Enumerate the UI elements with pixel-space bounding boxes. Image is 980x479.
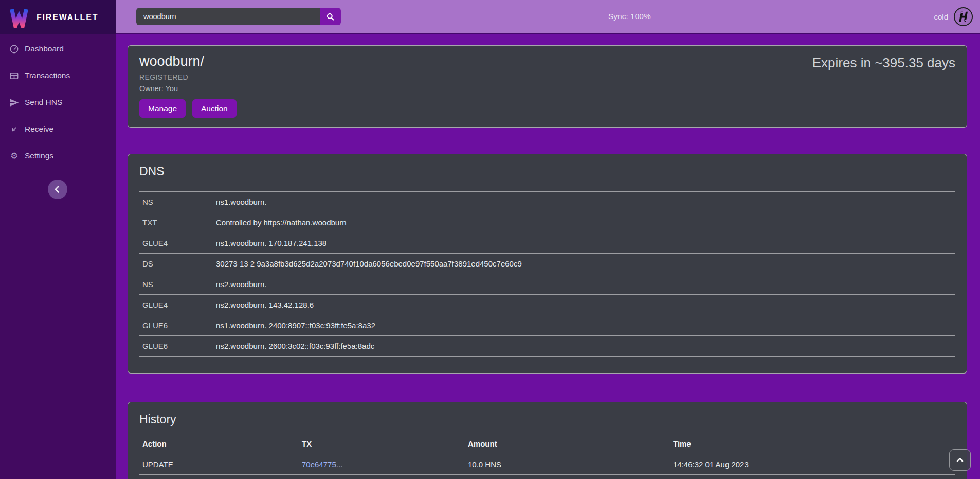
dns-record-type: GLUE4	[142, 239, 216, 247]
history-row: RENEW d72e8af... 10.0 HNS 15:47:36 07 Fe…	[139, 475, 955, 479]
search-bar	[136, 8, 341, 25]
wallet-name: cold	[934, 12, 948, 21]
domain-owner: Owner: You	[139, 84, 237, 93]
dns-record-value: 30273 13 2 9a3a8fb3d625d2a2073d740f10da6…	[216, 259, 522, 268]
dns-record-row: GLUE6 ns1.woodburn. 2400:8907::f03c:93ff…	[139, 315, 955, 335]
tx-link[interactable]: 70e64775...	[302, 460, 342, 469]
chevron-up-icon	[955, 455, 965, 465]
transactions-icon	[9, 71, 19, 81]
dns-record-type: DS	[142, 259, 216, 268]
sidebar-item-transactions[interactable]: Transactions	[0, 65, 116, 86]
sidebar-item-label: Receive	[25, 125, 53, 134]
sidebar-item-label: Transactions	[25, 71, 70, 80]
domain-card: woodburn/ REGISTERED Owner: You Manage A…	[128, 45, 967, 128]
history-action: UPDATE	[142, 460, 302, 469]
domain-status: REGISTERED	[139, 73, 237, 81]
sidebar: FIREWALLET Dashboard Transactions	[0, 0, 116, 479]
handshake-icon[interactable]	[953, 7, 973, 27]
search-input[interactable]	[136, 8, 320, 25]
dns-record-row: GLUE4 ns1.woodburn. 170.187.241.138	[139, 233, 955, 253]
history-time: 14:46:32 01 Aug 2023	[673, 460, 952, 469]
sidebar-item-label: Settings	[25, 151, 53, 161]
dns-record-row: NS ns1.woodburn.	[139, 191, 955, 212]
dns-record-type: GLUE6	[142, 321, 216, 330]
scroll-top-button[interactable]	[949, 449, 971, 471]
history-col-time: Time	[673, 439, 952, 448]
history-row: UPDATE 70e64775... 10.0 HNS 14:46:32 01 …	[139, 454, 955, 475]
domain-name: woodburn/	[139, 54, 237, 69]
domain-info: woodburn/ REGISTERED Owner: You Manage A…	[139, 54, 237, 119]
sidebar-item-dashboard[interactable]: Dashboard	[0, 39, 116, 59]
history-card-title: History	[139, 413, 955, 427]
dns-record-type: TXT	[142, 218, 216, 227]
history-col-tx: TX	[302, 439, 468, 448]
app-title: FIREWALLET	[37, 13, 98, 22]
search-icon	[325, 12, 335, 22]
send-icon	[9, 98, 19, 108]
topbar: Sync: 100% cold	[116, 0, 980, 34]
history-table: Action TX Amount Time UPDATE 70e64775...…	[139, 434, 955, 479]
dns-card: DNS NS ns1.woodburn. TXT Controlled by h…	[128, 154, 967, 374]
dns-record-value: ns2.woodburn. 2600:3c02::f03c:93ff:fe5a:…	[216, 342, 374, 350]
sidebar-item-send-hns[interactable]: Send HNS	[0, 92, 116, 113]
history-card: History Action TX Amount Time UPDATE 70e…	[128, 402, 967, 479]
history-col-amount: Amount	[468, 439, 673, 448]
dns-record-row: NS ns2.woodburn.	[139, 274, 955, 294]
auction-button[interactable]: Auction	[192, 99, 237, 118]
dns-record-value: ns2.woodburn. 143.42.128.6	[216, 300, 314, 309]
dns-record-value: ns1.woodburn. 2400:8907::f03c:93ff:fe5a:…	[216, 321, 375, 330]
sidebar-collapse-button[interactable]	[48, 180, 67, 199]
dns-record-row: GLUE6 ns2.woodburn. 2600:3c02::f03c:93ff…	[139, 335, 955, 357]
dns-record-value: ns1.woodburn.	[216, 198, 266, 206]
dns-record-type: NS	[142, 280, 216, 289]
gear-icon: ⚙	[9, 151, 19, 161]
dns-record-row: DS 30273 13 2 9a3a8fb3d625d2a2073d740f10…	[139, 253, 955, 274]
history-col-action: Action	[142, 439, 302, 448]
sidebar-item-label: Send HNS	[25, 98, 62, 107]
history-header-row: Action TX Amount Time	[139, 434, 955, 454]
sidebar-item-settings[interactable]: ⚙ Settings	[0, 146, 116, 166]
sidebar-nav: Dashboard Transactions Send HNS	[0, 39, 116, 166]
dns-table: NS ns1.woodburn. TXT Controlled by https…	[139, 191, 955, 357]
receive-icon	[9, 125, 19, 134]
dns-record-row: GLUE4 ns2.woodburn. 143.42.128.6	[139, 294, 955, 315]
app-window: FIREWALLET Dashboard Transactions	[0, 0, 980, 479]
wallet-indicator: cold	[934, 0, 973, 33]
dns-record-type: NS	[142, 198, 216, 206]
dns-card-title: DNS	[139, 165, 955, 179]
search-button[interactable]	[320, 8, 341, 25]
app-logo: FIREWALLET	[0, 0, 116, 34]
dns-record-value: Controlled by https://nathan.woodburn	[216, 218, 347, 227]
dashboard-icon	[9, 44, 19, 54]
domain-expiry: Expires in ~395.35 days	[812, 55, 955, 119]
dns-record-type: GLUE6	[142, 342, 216, 350]
chevron-left-icon	[52, 184, 63, 195]
dns-record-row: TXT Controlled by https://nathan.woodbur…	[139, 212, 955, 233]
sidebar-item-receive[interactable]: Receive	[0, 119, 116, 139]
dns-record-value: ns2.woodburn.	[216, 280, 266, 289]
dns-record-type: GLUE4	[142, 300, 216, 309]
history-amount: 10.0 HNS	[468, 460, 673, 469]
sync-status: Sync: 100%	[608, 0, 651, 33]
manage-button[interactable]: Manage	[139, 99, 186, 118]
dns-record-value: ns1.woodburn. 170.187.241.138	[216, 239, 326, 247]
sidebar-item-label: Dashboard	[25, 44, 64, 54]
firewallet-logo-icon	[8, 7, 30, 28]
